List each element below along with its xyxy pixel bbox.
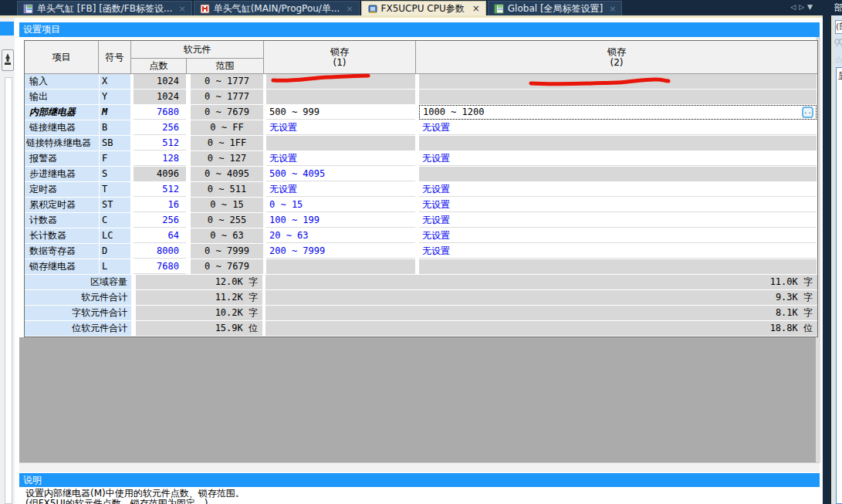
row-symbol: F [99, 151, 130, 166]
empty-area [19, 337, 820, 462]
tab-scroll-controls[interactable]: ◁▷▼ [790, 3, 816, 11]
row-symbol: ST [99, 198, 130, 212]
device-total: 12.0K 字 [136, 275, 262, 289]
summary-row: 区域容量 12.0K 字 11.0K 字 [25, 275, 817, 290]
table-row: 链接继电器 B 256 0 ~ FF 无设置 无设置 [25, 120, 817, 136]
device-total: 11.2K 字 [136, 290, 262, 305]
stamp-icon [4, 52, 12, 69]
description-section-title: 说明 [19, 473, 820, 487]
tab-close-icon[interactable]: × [609, 4, 616, 14]
row-label: 报警器 [25, 151, 99, 166]
latch1-cell[interactable]: 0 ~ 15 [266, 198, 415, 212]
points-cell[interactable]: 16 [134, 198, 186, 212]
points-cell[interactable]: 512 [134, 182, 186, 197]
row-symbol: T [99, 182, 130, 197]
element-filter-input[interactable]: (部 [835, 20, 842, 34]
tab-scroll-right-icon: ▷ [799, 3, 807, 11]
row-symbol: LC [99, 228, 130, 243]
latch2-cell[interactable]: 无设置 [419, 228, 817, 243]
points-cell[interactable]: 64 [134, 228, 186, 243]
latch2-cell[interactable]: 无设置 [419, 213, 817, 228]
table-row: 数据寄存器 D 8000 0 ~ 7999 200 ~ 7999 无设置 [25, 244, 817, 259]
table-row: 锁存继电器 L 7680 0 ~ 7679 [25, 259, 817, 275]
row-label: 长计数器 [25, 228, 99, 243]
latch2-cell[interactable]: 无设置 [419, 151, 817, 166]
dock-separator [823, 15, 831, 504]
latch2-title: 锁存 [607, 46, 626, 57]
points-cell[interactable]: 7680 [134, 259, 186, 274]
tab-close-icon[interactable]: × [346, 4, 353, 14]
row-label: 累积定时器 [25, 198, 99, 212]
range-cell: 0 ~ 4095 [191, 167, 263, 181]
fb-label-icon [23, 4, 34, 14]
range-cell: 0 ~ 1777 [191, 74, 263, 89]
find-icon[interactable] [834, 38, 842, 50]
range-cell: 0 ~ 7679 [191, 259, 263, 274]
table-row: 输入 X 1024 0 ~ 1777 [25, 74, 817, 90]
left-panel-splitter[interactable] [5, 77, 12, 504]
latch2-sub: (2) [610, 57, 624, 68]
favorites-star-icon[interactable]: ☆ [834, 54, 842, 66]
device-latch-table: 项目 符号 软元件 点数 范围 锁存 (1) 锁存 (2) 输入 X 1024 … [24, 40, 818, 337]
description-text: 设置内部继电器(M)中使用的软元件点数、锁存范围。 (但FX5UJ的软元件点数、… [19, 487, 820, 504]
table-row-internal-relay: 内部继电器 M 7680 0 ~ 7679 500 ~ 999 1000 ~ 1… [25, 105, 817, 120]
row-symbol: B [99, 120, 130, 135]
latch1-cell[interactable]: 200 ~ 7999 [266, 244, 415, 259]
summary-row: 字软元件合计 10.2K 字 8.1K 字 [25, 306, 817, 321]
ellipsis-edit-button[interactable]: .. [802, 107, 813, 118]
range-cell: 0 ~ 127 [191, 151, 263, 166]
document-tab-bar: 单头气缸 [FB] [函数/FB标签设... × 单头气缸(MAIN/ProgP… [0, 0, 842, 15]
header-device: 软元件 点数 范围 [131, 41, 264, 73]
latch1-cell[interactable]: 20 ~ 63 [266, 228, 415, 243]
points-cell[interactable]: 7680 [134, 105, 186, 120]
table-row: 报警器 F 128 0 ~ 127 无设置 无设置 [25, 151, 817, 167]
tab-program-main[interactable]: 单头气缸(MAIN/ProgPou/单... × [194, 1, 360, 15]
tab-close-icon[interactable]: × [178, 4, 185, 14]
row-label: 锁存继电器 [25, 259, 99, 274]
points-cell[interactable]: 512 [134, 136, 186, 151]
range-cell: 0 ~ 63 [191, 228, 263, 243]
table-row: 计数器 C 256 0 ~ 255 100 ~ 199 无设置 [25, 213, 817, 228]
latch1-cell[interactable]: 无设置 [266, 182, 415, 197]
tab-label: 单头气缸 [FB] [函数/FB标签设... [37, 2, 172, 15]
tab-cpu-parameter[interactable]: FX5UCPU CPU参数 × [361, 1, 486, 15]
points-cell[interactable]: 256 [134, 120, 186, 135]
latch2-cell[interactable]: 无设置 [419, 244, 817, 259]
header-symbol: 符号 [99, 41, 131, 73]
latch1-sub: (1) [333, 57, 347, 68]
latch1-cell[interactable]: 无设置 [266, 120, 415, 135]
latch1-cell[interactable]: 500 ~ 999 [266, 105, 415, 120]
tab-global-label[interactable]: Global [全局标签设置] × [488, 1, 623, 15]
cpu-parameter-icon [367, 4, 378, 14]
latch1-cell[interactable]: 500 ~ 4095 [266, 167, 415, 181]
row-label: 链接特殊继电器 [25, 136, 99, 151]
row-symbol: C [99, 213, 130, 228]
latch1-cell[interactable]: 100 ~ 199 [266, 213, 415, 228]
points-cell[interactable]: 128 [134, 151, 186, 166]
row-symbol: D [99, 244, 130, 259]
latch2-cell [419, 90, 817, 104]
device-total: 15.9K 位 [136, 321, 262, 336]
range-cell: 0 ~ 7999 [191, 244, 263, 259]
row-label: 输出 [25, 90, 99, 104]
points-cell[interactable]: 256 [134, 213, 186, 228]
latch2-cell[interactable]: 无设置 [419, 182, 817, 197]
points-cell: 1024 [134, 74, 186, 89]
latch2-cell-selected[interactable]: 1000 ~ 1200 .. [419, 105, 817, 120]
tab-close-icon[interactable]: × [472, 3, 480, 14]
display-target-panel: 显 [836, 67, 842, 504]
horizontal-scrollbar[interactable] [19, 462, 820, 472]
docked-panel-corner [0, 22, 14, 36]
latch2-cell[interactable]: 无设置 [419, 120, 817, 135]
latch2-cell[interactable]: 无设置 [419, 198, 817, 212]
stamp-tool-button[interactable] [2, 49, 14, 71]
latch1-cell [266, 74, 415, 89]
points-cell[interactable]: 8000 [134, 244, 186, 259]
summary-label: 区域容量 [25, 275, 131, 289]
table-row: 定时器 T 512 0 ~ 511 无设置 无设置 [25, 182, 817, 198]
tab-label: 单头气缸(MAIN/ProgPou/单... [214, 2, 340, 15]
row-symbol: X [99, 74, 130, 89]
latch-total: 18.8K 位 [265, 321, 817, 336]
tab-fb-label-settings[interactable]: 单头气缸 [FB] [函数/FB标签设... × [17, 1, 192, 15]
latch1-cell[interactable]: 无设置 [266, 151, 415, 166]
